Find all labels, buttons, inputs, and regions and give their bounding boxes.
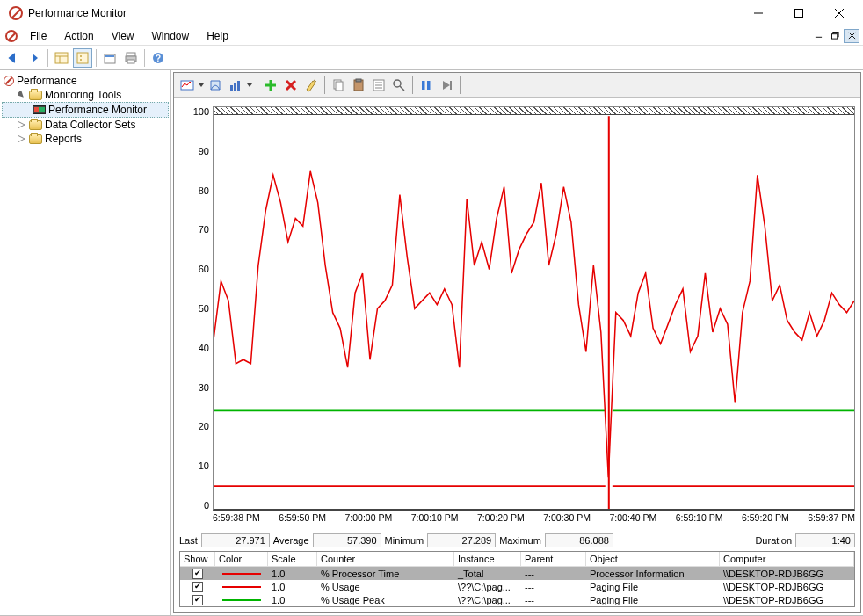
zoom-button[interactable]: [389, 76, 409, 95]
show-checkbox[interactable]: ✔: [192, 582, 203, 592]
menu-bar: File Action View Window Help: [0, 26, 863, 46]
tree-panel: Performance Monitoring Tools Performance…: [0, 70, 171, 615]
instance-cell: \??\C:\pag...: [454, 593, 521, 606]
view-log-button[interactable]: [206, 76, 225, 95]
svg-rect-25: [237, 81, 240, 91]
tree-label: Performance: [17, 75, 77, 87]
tree-performance-monitor[interactable]: Performance Monitor: [2, 102, 169, 118]
properties-chart-button[interactable]: [369, 76, 388, 95]
expand-icon[interactable]: [16, 134, 26, 144]
add-counter-button[interactable]: [261, 76, 280, 95]
svg-rect-16: [105, 55, 114, 57]
menu-file[interactable]: File: [21, 28, 55, 44]
svg-rect-29: [356, 79, 361, 82]
tree-reports[interactable]: Reports: [2, 132, 169, 146]
y-axis: 1009080706050403020100: [179, 106, 213, 511]
counter-cell: % Usage Peak: [317, 593, 454, 606]
svg-rect-24: [234, 83, 236, 91]
svg-rect-17: [127, 53, 135, 56]
menu-action[interactable]: Action: [55, 28, 102, 44]
svg-line-35: [400, 86, 404, 91]
stats-row: Last27.971 Average57.390 Minimum27.289 M…: [174, 526, 860, 551]
forward-button[interactable]: [25, 48, 44, 68]
show-hide-tree-button[interactable]: [52, 48, 71, 68]
copy-button[interactable]: [329, 76, 348, 95]
mdi-minimize-button[interactable]: [810, 29, 826, 43]
title-bar: Performance Monitor: [0, 0, 863, 26]
paste-button[interactable]: [349, 76, 368, 95]
counter-row[interactable]: ✔1.0% Processor Time_Total---Processor I…: [180, 567, 854, 580]
counter-list: Show Color Scale Counter Instance Parent…: [179, 551, 855, 607]
scale-cell: 1.0: [268, 580, 317, 593]
header-scale[interactable]: Scale: [268, 552, 317, 567]
help-button[interactable]: ?: [149, 48, 168, 68]
tree-monitoring-tools[interactable]: Monitoring Tools: [2, 88, 169, 102]
freeze-button[interactable]: [417, 76, 436, 95]
folder-icon: [29, 120, 42, 130]
svg-rect-6: [831, 34, 837, 39]
remove-counter-button[interactable]: [281, 76, 301, 95]
mdi-close-button[interactable]: [844, 29, 859, 43]
color-sample: [222, 599, 261, 601]
scale-cell: 1.0: [268, 593, 317, 606]
chart-type-button[interactable]: [226, 76, 245, 95]
minimize-button[interactable]: [738, 0, 779, 26]
parent-cell: ---: [521, 593, 586, 606]
folder-icon: [29, 91, 42, 100]
back-button[interactable]: [4, 48, 23, 68]
tree-root-performance[interactable]: Performance: [2, 74, 169, 88]
tree-label: Data Collector Sets: [45, 119, 135, 131]
chart-type-dropdown[interactable]: [246, 76, 253, 95]
counter-row[interactable]: ✔1.0% Usage\??\C:\pag...---Paging File\\…: [180, 580, 854, 593]
monitor-panel: 1009080706050403020100 6:59:38 PM6:59:50…: [173, 72, 861, 613]
print-button[interactable]: [121, 48, 141, 68]
maximize-button[interactable]: [779, 0, 819, 26]
header-counter[interactable]: Counter: [317, 552, 454, 567]
tree-label: Reports: [45, 133, 82, 145]
highlight-button[interactable]: [301, 76, 321, 95]
max-value: 86.088: [545, 533, 613, 547]
view-current-button[interactable]: [178, 76, 197, 95]
update-button[interactable]: [437, 76, 456, 95]
svg-rect-19: [127, 60, 134, 63]
svg-rect-37: [427, 81, 431, 90]
svg-rect-9: [55, 53, 68, 63]
menu-window[interactable]: Window: [143, 28, 199, 44]
close-button[interactable]: [819, 0, 859, 26]
expand-icon[interactable]: [16, 90, 26, 100]
min-label: Minimum: [385, 535, 424, 546]
expand-icon[interactable]: [16, 120, 26, 130]
menu-view[interactable]: View: [103, 28, 143, 44]
performance-icon: [4, 76, 14, 86]
chart-container: 1009080706050403020100 6:59:38 PM6:59:50…: [174, 98, 860, 526]
color-sample: [222, 586, 261, 588]
plot-area[interactable]: [213, 106, 855, 511]
export-button[interactable]: [100, 48, 120, 68]
header-show[interactable]: Show: [180, 552, 215, 567]
header-computer[interactable]: Computer: [720, 552, 854, 567]
header-object[interactable]: Object: [586, 552, 720, 567]
parent-cell: ---: [521, 580, 586, 593]
view-dropdown[interactable]: [198, 76, 205, 95]
header-parent[interactable]: Parent: [521, 552, 586, 567]
header-color[interactable]: Color: [215, 552, 268, 567]
object-cell: Paging File: [586, 593, 720, 606]
show-checkbox[interactable]: ✔: [192, 569, 203, 579]
last-label: Last: [179, 535, 198, 546]
show-checkbox[interactable]: ✔: [192, 595, 203, 605]
min-value: 27.289: [427, 533, 496, 547]
mdi-restore-button[interactable]: [827, 29, 843, 43]
color-sample: [222, 573, 261, 575]
dur-value: 1:40: [795, 533, 855, 547]
menu-app-icon: [5, 30, 18, 42]
header-instance[interactable]: Instance: [454, 552, 521, 567]
monitor-icon: [33, 105, 46, 114]
tree-data-collector-sets[interactable]: Data Collector Sets: [2, 118, 169, 132]
svg-rect-12: [77, 53, 88, 63]
counter-row[interactable]: ✔1.0% Usage Peak\??\C:\pag...---Paging F…: [180, 593, 854, 606]
properties-button[interactable]: [73, 48, 92, 68]
counter-cell: % Usage: [317, 580, 454, 593]
menu-help[interactable]: Help: [198, 28, 237, 44]
object-cell: Processor Information: [586, 567, 720, 580]
object-cell: Paging File: [586, 580, 720, 593]
